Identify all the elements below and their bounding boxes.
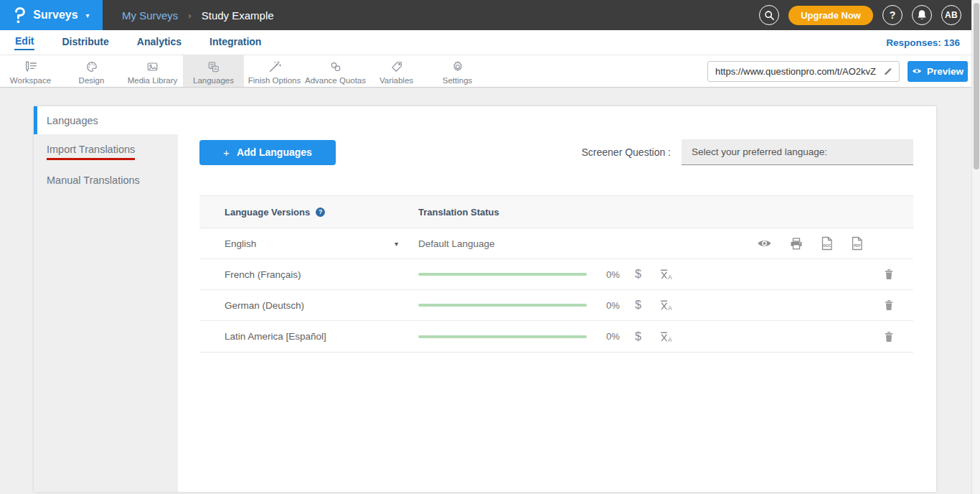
add-languages-label: Add Languages [237,146,312,158]
translation-progress-bar [418,273,587,276]
sidebar-item-manual-translations[interactable]: Manual Translations [34,166,178,194]
help-badge-icon[interactable]: ? [316,208,325,217]
language-name: German (Deutsch) [225,300,304,311]
edit-toolbar: Workspace Design Media Library A Lan [0,55,980,88]
toolbar-item-design[interactable]: Design [61,55,122,87]
import-translations-label: Import Translations [47,144,135,160]
preview-label: Preview [927,66,963,77]
translate-icon[interactable]: A [659,330,673,343]
search-button[interactable] [759,5,779,25]
export-doc-icon[interactable]: DOC [821,236,833,251]
delete-trash-icon[interactable] [884,331,894,342]
avatar-initials: AB [945,10,958,20]
design-icon [84,60,100,74]
paid-translation-icon[interactable]: $ [635,330,641,343]
table-row-french: French (Français) 0% $ A [199,259,913,290]
toolbar-item-finish-options[interactable]: Finish Options [244,55,305,87]
toolbar-item-label: Variables [380,76,413,85]
delete-trash-icon[interactable] [884,269,894,280]
header-actions: Upgrade Now ? AB [759,5,961,25]
chevron-down-icon: ▾ [86,11,90,19]
preview-button[interactable]: Preview [908,61,968,82]
product-switcher[interactable]: Surveys ▾ [0,0,103,30]
column-language-versions: Language Versions ? [199,207,418,218]
help-button[interactable]: ? [882,5,903,25]
delete-trash-icon[interactable] [884,299,894,311]
tab-integration[interactable]: Integration [209,35,262,50]
svg-text:A: A [668,274,672,281]
svg-text:PDF: PDF [854,243,861,248]
product-name: Surveys [33,9,77,22]
status-cell: 0% $ A [418,299,913,312]
toolbar-item-label: Settings [443,76,473,85]
toolbar-item-languages[interactable]: A Languages [183,55,244,87]
column-translation-status: Translation Status [418,207,913,218]
svg-text:A: A [668,336,672,343]
tab-edit[interactable]: Edit [14,34,34,50]
finish-options-icon [267,60,283,74]
toolbar-item-media-library[interactable]: Media Library [122,55,183,87]
language-name: Latin America [Español] [225,331,326,342]
breadcrumb-my-surveys[interactable]: My Surveys [122,9,178,22]
toolbar-item-workspace[interactable]: Workspace [0,55,61,87]
survey-url-box: https://www.questionpro.com/t/AO2kvZ [707,61,900,82]
translate-icon[interactable]: A [659,299,673,312]
translation-progress-bar [418,335,587,338]
svg-text:A: A [668,304,672,312]
toolbar-item-label: Advance Quotas [305,76,366,85]
upgrade-now-button[interactable]: Upgrade Now [788,6,873,25]
languages-card: Languages Import Translations Manual Tra… [34,106,936,492]
paid-translation-icon[interactable]: $ [635,268,641,281]
svg-text:DOC: DOC [823,243,831,248]
sidebar-item-languages[interactable]: Languages [34,106,178,134]
toolbar-item-label: Workspace [10,76,51,85]
toolbar-item-variables[interactable]: Variables [366,55,427,87]
pencil-icon [883,66,893,76]
screener-question-label: Screener Question : [581,146,671,158]
sidebar-panel: Import Translations Manual Translations [34,134,178,492]
variables-icon [389,60,405,74]
language-name-cell: English ▾ [199,238,418,249]
paid-translation-icon[interactable]: $ [635,299,641,312]
edit-url-button[interactable] [877,62,899,81]
export-pdf-icon[interactable]: PDF [851,236,863,251]
translate-icon[interactable]: A [659,268,673,281]
language-name: French (Français) [225,269,301,280]
toolbar-item-label: Languages [193,76,234,85]
scrollbar-thumb[interactable] [974,3,979,169]
status-cell: 0% $ A [418,330,913,343]
media-library-icon [144,60,161,74]
plus-icon: + [223,146,230,159]
view-eye-icon[interactable] [757,238,772,248]
language-name-cell: French (Français) [199,269,418,280]
sidebar-active-label: Languages [47,115,98,126]
notifications-button[interactable] [912,5,932,25]
toolbar-item-settings[interactable]: Settings [427,55,488,87]
screener-question-select[interactable]: Select your preferred language: [682,139,913,165]
language-name-cell: German (Deutsch) [199,300,418,311]
print-icon[interactable] [790,238,803,250]
avatar[interactable]: AB [941,5,961,25]
toolbar-item-label: Finish Options [248,76,301,85]
chevron-down-icon[interactable]: ▾ [395,240,398,248]
survey-url-input[interactable]: https://www.questionpro.com/t/AO2kvZ [708,66,877,77]
bell-icon [917,9,927,21]
toolbar-item-label: Design [79,76,105,85]
question-mark-icon: ? [890,9,896,21]
top-header-bar: Surveys ▾ My Surveys › Study Example Upg… [0,0,980,30]
content-top-row: + Add Languages Screener Question : Sele… [199,139,913,165]
add-languages-button[interactable]: + Add Languages [199,140,336,165]
default-language-actions: DOC PDF [757,236,863,251]
languages-icon: A [205,60,222,74]
page-background: Languages Import Translations Manual Tra… [0,88,980,494]
tab-distribute[interactable]: Distribute [61,35,109,50]
table-row-latin-america: Latin America [Español] 0% $ A [199,321,913,352]
toolbar-item-advance-quotas[interactable]: Advance Quotas [305,55,366,87]
questionpro-logo-icon [13,6,27,24]
responses-count[interactable]: Responses: 136 [886,37,960,48]
language-versions-header-label: Language Versions [225,207,310,218]
screener-selected-value: Select your preferred language: [692,146,827,157]
page-scrollbar[interactable] [971,0,980,494]
sidebar-item-import-translations[interactable]: Import Translations [34,138,178,166]
tab-analytics[interactable]: Analytics [136,35,182,50]
